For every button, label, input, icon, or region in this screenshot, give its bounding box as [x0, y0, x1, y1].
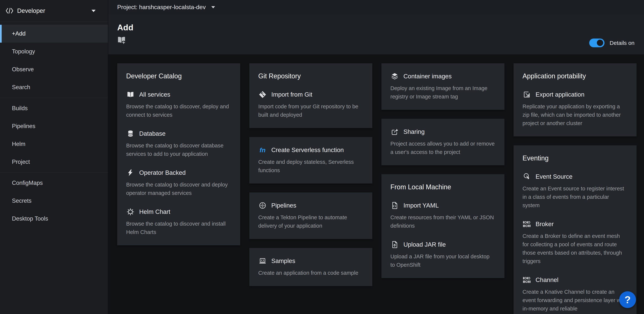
sidebar-item-search[interactable]: Search — [0, 78, 108, 96]
add-item-link[interactable]: Helm Chart — [126, 208, 231, 216]
event-source-icon — [522, 173, 531, 181]
add-item-title: Samples — [271, 257, 295, 265]
catalog-book-icon — [126, 90, 135, 99]
database-icon — [126, 130, 135, 138]
sidebar-item-pipelines[interactable]: Pipelines — [0, 117, 108, 135]
add-item-description: Project access allows you to add or remo… — [390, 140, 496, 156]
add-card: From Local Machine Import YAML Create re… — [382, 174, 504, 278]
card-title: Application portability — [522, 72, 628, 80]
add-item: Event Source Create an Event source to r… — [522, 173, 628, 210]
details-toggle-label: Details on — [610, 40, 634, 46]
code-icon — [6, 8, 14, 14]
add-item-description: Import code from your Git repository to … — [258, 102, 363, 119]
add-item-title: Database — [139, 130, 166, 137]
toggle-knob — [597, 40, 603, 46]
sidebar-item-label: Observe — [12, 66, 34, 73]
page-title: Add — [117, 23, 635, 32]
add-item: All services Browse the catalog to disco… — [126, 90, 231, 119]
add-item-link[interactable]: Export application — [522, 90, 628, 99]
add-item-link[interactable]: Samples — [258, 257, 363, 265]
add-item-link[interactable]: Channel — [522, 276, 628, 284]
add-item-link[interactable]: Database — [126, 130, 231, 138]
add-item-title: Container images — [404, 73, 452, 80]
add-item-description: Create a Knative Channel to create an ev… — [522, 288, 628, 313]
add-item-description: Deploy an existing Image from an Image r… — [390, 84, 496, 101]
help-button[interactable]: ? — [619, 291, 636, 308]
sidebar-item-topology[interactable]: Topology — [0, 43, 108, 60]
sidebar-item-label: Builds — [12, 105, 28, 112]
add-item: Pipelines Create a Tekton Pipeline to au… — [258, 201, 363, 230]
card-title: Developer Catalog — [126, 72, 231, 80]
add-card: Developer Catalog All services Browse th… — [117, 63, 240, 245]
project-selector[interactable]: Project: harshcasper-localsta-dev — [117, 4, 215, 10]
add-item-link[interactable]: Operator Backed — [126, 169, 231, 177]
add-item: Broker Create a Broker to define an even… — [522, 220, 628, 266]
add-item-description: Create resources from their YAML or JSON… — [390, 213, 496, 230]
sidebar-item-builds[interactable]: Builds — [0, 99, 108, 117]
add-item-title: All services — [139, 91, 170, 98]
share-icon — [390, 128, 399, 136]
add-card: fn Create Serverless function Create and… — [249, 137, 372, 184]
channel-icon — [522, 276, 531, 284]
add-item-link[interactable]: Broker — [522, 220, 628, 228]
add-item: Container images Deploy an existing Imag… — [390, 72, 496, 101]
broker-icon — [522, 220, 531, 228]
add-item-title: Export application — [536, 91, 584, 98]
upload-file-icon — [390, 241, 399, 249]
add-item-title: Broker — [536, 221, 554, 228]
add-item-description: Create a Broker to define an event mesh … — [522, 232, 628, 266]
add-page-content: Developer Catalog All services Browse th… — [108, 54, 644, 314]
add-item-link[interactable]: Import from Git — [258, 90, 363, 99]
sidebar-item-helm[interactable]: Helm — [0, 135, 108, 153]
add-item: fn Create Serverless function Create and… — [258, 146, 363, 175]
sidebar-item-configmaps[interactable]: ConfigMaps — [0, 174, 108, 192]
sidebar-item-label: +Add — [12, 30, 26, 37]
add-item-link[interactable]: Container images — [390, 72, 496, 80]
add-item-link[interactable]: Import YAML — [390, 201, 496, 210]
export-icon — [522, 90, 531, 99]
add-item-title: Operator Backed — [139, 169, 186, 176]
card-column: Application portability Export applicati… — [514, 63, 636, 314]
sidebar-item-label: ConfigMaps — [12, 180, 43, 186]
add-item: Import from Git Import code from your Gi… — [258, 90, 363, 119]
card-column: Git Repository Import from Git Import co… — [249, 63, 372, 286]
add-item-title: Upload JAR file — [404, 241, 446, 248]
add-item-title: Sharing — [404, 128, 425, 135]
bolt-icon — [126, 169, 135, 177]
add-card: Eventing Event Source Create an Event so… — [514, 145, 636, 314]
sidebar-item-observe[interactable]: Observe — [0, 60, 108, 78]
card-column: Container images Deploy an existing Imag… — [382, 63, 504, 278]
add-card: Samples Create an application from a cod… — [249, 248, 372, 286]
add-item-title: Import from Git — [271, 91, 312, 98]
add-item-link[interactable]: Pipelines — [258, 201, 363, 210]
add-item-link[interactable]: fn Create Serverless function — [258, 146, 363, 154]
card-grid: Developer Catalog All services Browse th… — [117, 63, 635, 314]
add-item-link[interactable]: Upload JAR file — [390, 241, 496, 249]
add-item-title: Channel — [536, 276, 558, 284]
add-item-link[interactable]: All services — [126, 90, 231, 99]
add-item: Import YAML Create resources from their … — [390, 201, 496, 230]
sidebar-item-add[interactable]: +Add — [0, 25, 108, 43]
add-item-description: Browse the catalog to discover database … — [126, 141, 231, 158]
add-item: Sharing Project access allows you to add… — [390, 128, 496, 156]
sidebar-item-label: Desktop Tools — [12, 215, 48, 222]
add-item: Export application Replicate your applic… — [522, 90, 628, 127]
card-title: From Local Machine — [390, 183, 496, 191]
add-item: Channel Create a Knative Channel to crea… — [522, 276, 628, 313]
add-item-link[interactable]: Sharing — [390, 128, 496, 136]
add-item: Samples Create an application from a cod… — [258, 257, 363, 277]
add-item-description: Create an Event source to register inter… — [522, 184, 628, 210]
add-item: Operator Backed Browse the catalog to di… — [126, 169, 231, 197]
sidebar-item-secrets[interactable]: Secrets — [0, 192, 108, 210]
add-item-description: Create and deploy stateless, Serverless … — [258, 158, 363, 175]
quickstart-book-plus-icon[interactable] — [117, 36, 126, 44]
sidebar-item-desktop-tools[interactable]: Desktop Tools — [0, 210, 108, 228]
perspective-switcher[interactable]: Developer — [0, 0, 108, 22]
caret-down-icon — [92, 10, 96, 12]
details-toggle[interactable] — [589, 38, 604, 47]
add-card: Pipelines Create a Tekton Pipeline to au… — [249, 192, 372, 239]
sidebar-item-project[interactable]: Project — [0, 153, 108, 171]
sidebar-item-label: Search — [12, 84, 30, 91]
add-card: Sharing Project access allows you to add… — [382, 119, 504, 165]
add-item-link[interactable]: Event Source — [522, 173, 628, 181]
